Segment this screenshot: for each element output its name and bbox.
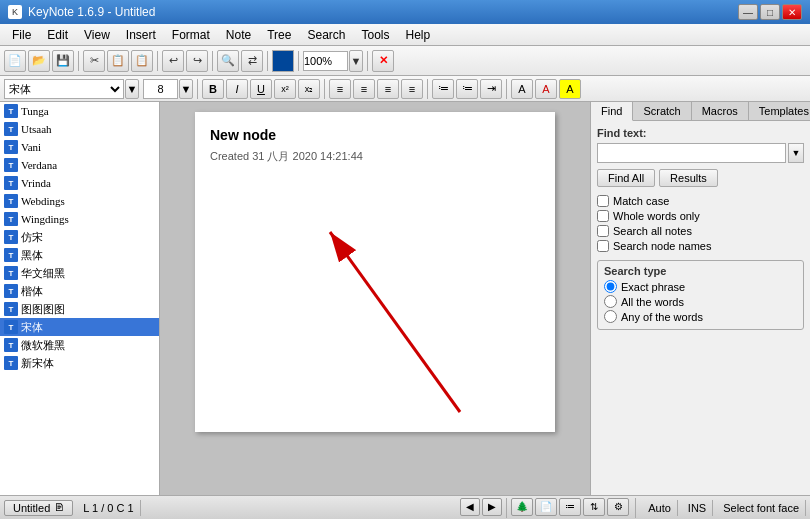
font-list-item[interactable]: TVerdana bbox=[0, 156, 159, 174]
match-case-option[interactable]: Match case bbox=[597, 195, 804, 207]
nav-back-button[interactable]: ◀ bbox=[460, 498, 480, 516]
font-color-button[interactable]: A bbox=[535, 79, 557, 99]
align-center-button[interactable]: ≡ bbox=[353, 79, 375, 99]
menu-file[interactable]: File bbox=[4, 26, 39, 44]
menu-tree[interactable]: Tree bbox=[259, 26, 299, 44]
search-notes-option[interactable]: Search all notes bbox=[597, 225, 804, 237]
menu-view[interactable]: View bbox=[76, 26, 118, 44]
font-list-item[interactable]: T图图图图 bbox=[0, 300, 159, 318]
tab-macros[interactable]: Macros bbox=[692, 102, 749, 120]
font-list-item[interactable]: TTunga bbox=[0, 102, 159, 120]
results-button[interactable]: Results bbox=[659, 169, 718, 187]
style-button[interactable]: A bbox=[511, 79, 533, 99]
menu-insert[interactable]: Insert bbox=[118, 26, 164, 44]
font-list-item[interactable]: T宋体 bbox=[0, 318, 159, 336]
font-dropdown[interactable]: ▼ bbox=[125, 79, 139, 99]
number-list-button[interactable]: ≔ bbox=[456, 79, 478, 99]
align-right-button[interactable]: ≡ bbox=[377, 79, 399, 99]
font-list-item[interactable]: T黑体 bbox=[0, 246, 159, 264]
any-words-radio[interactable] bbox=[604, 310, 617, 323]
font-list-item[interactable]: TVrinda bbox=[0, 174, 159, 192]
font-list-item[interactable]: T新宋体 bbox=[0, 354, 159, 372]
close-button[interactable]: ✕ bbox=[782, 4, 802, 20]
tab-find[interactable]: Find bbox=[591, 102, 633, 121]
menu-note[interactable]: Note bbox=[218, 26, 259, 44]
font-list-item[interactable]: TUtsaah bbox=[0, 120, 159, 138]
italic-button[interactable]: I bbox=[226, 79, 248, 99]
font-list-item[interactable]: T华文细黑 bbox=[0, 264, 159, 282]
find-input[interactable] bbox=[597, 143, 786, 163]
tab-templates[interactable]: Templates bbox=[749, 102, 810, 120]
search-notes-label: Search all notes bbox=[613, 225, 692, 237]
font-list-item[interactable]: T楷体 bbox=[0, 282, 159, 300]
replace-button[interactable]: ⇄ bbox=[241, 50, 263, 72]
search-nodes-checkbox[interactable] bbox=[597, 240, 609, 252]
menu-edit[interactable]: Edit bbox=[39, 26, 76, 44]
editor-area[interactable]: New node Created 31 八月 2020 14:21:44 bbox=[160, 102, 590, 495]
find-button[interactable]: 🔍 bbox=[217, 50, 239, 72]
font-list-item[interactable]: T微软雅黑 bbox=[0, 336, 159, 354]
underline-button[interactable]: U bbox=[250, 79, 272, 99]
color-button[interactable] bbox=[272, 50, 294, 72]
font-list-item[interactable]: TWebdings bbox=[0, 192, 159, 210]
font-select[interactable]: 宋体 bbox=[4, 79, 124, 99]
cut-button[interactable]: ✂ bbox=[83, 50, 105, 72]
status-text-area: Select font face bbox=[717, 500, 806, 516]
menu-help[interactable]: Help bbox=[398, 26, 439, 44]
list-icon-button[interactable]: ≔ bbox=[559, 498, 581, 516]
copy-button[interactable]: 📋 bbox=[107, 50, 129, 72]
undo-button[interactable]: ↩ bbox=[162, 50, 184, 72]
settings-icon-button[interactable]: ⚙ bbox=[607, 498, 629, 516]
font-list-item[interactable]: TVani bbox=[0, 138, 159, 156]
font-list-item[interactable]: TWingdings bbox=[0, 210, 159, 228]
align-left-button[interactable]: ≡ bbox=[329, 79, 351, 99]
highlight-button[interactable]: A bbox=[559, 79, 581, 99]
font-size-dropdown[interactable]: ▼ bbox=[179, 79, 193, 99]
superscript-button[interactable]: x² bbox=[274, 79, 296, 99]
find-dropdown-button[interactable]: ▼ bbox=[788, 143, 804, 163]
whole-words-option[interactable]: Whole words only bbox=[597, 210, 804, 222]
font-size-input[interactable] bbox=[143, 79, 178, 99]
find-text-label: Find text: bbox=[597, 127, 804, 139]
bullet-list-button[interactable]: ≔ bbox=[432, 79, 454, 99]
align-justify-button[interactable]: ≡ bbox=[401, 79, 423, 99]
all-words-radio[interactable] bbox=[604, 295, 617, 308]
search-all-words[interactable]: All the words bbox=[604, 295, 797, 308]
whole-words-checkbox[interactable] bbox=[597, 210, 609, 222]
font-list[interactable]: TTungaTUtsaahTVaniTVerdanaTVrindaTWebdin… bbox=[0, 102, 159, 495]
mode-text: Auto bbox=[648, 502, 671, 514]
search-notes-checkbox[interactable] bbox=[597, 225, 609, 237]
search-any-words[interactable]: Any of the words bbox=[604, 310, 797, 323]
sep-fmt2 bbox=[324, 79, 325, 99]
find-all-button[interactable]: Find All bbox=[597, 169, 655, 187]
node-icon-button[interactable]: 📄 bbox=[535, 498, 557, 516]
maximize-button[interactable]: □ bbox=[760, 4, 780, 20]
position-text: L 1 / 0 C 1 bbox=[83, 502, 133, 514]
tab-scratch[interactable]: Scratch bbox=[633, 102, 691, 120]
subscript-button[interactable]: x₂ bbox=[298, 79, 320, 99]
open-button[interactable]: 📂 bbox=[28, 50, 50, 72]
exact-phrase-radio[interactable] bbox=[604, 280, 617, 293]
redo-button[interactable]: ↪ bbox=[186, 50, 208, 72]
match-case-checkbox[interactable] bbox=[597, 195, 609, 207]
minimize-button[interactable]: — bbox=[738, 4, 758, 20]
zoom-input[interactable] bbox=[303, 51, 348, 71]
menu-format[interactable]: Format bbox=[164, 26, 218, 44]
sort-icon-button[interactable]: ⇅ bbox=[583, 498, 605, 516]
font-list-item[interactable]: T仿宋 bbox=[0, 228, 159, 246]
menu-search[interactable]: Search bbox=[299, 26, 353, 44]
search-exact-phrase[interactable]: Exact phrase bbox=[604, 280, 797, 293]
nav-forward-button[interactable]: ▶ bbox=[482, 498, 502, 516]
tree-icon-button[interactable]: 🌲 bbox=[511, 498, 533, 516]
paste-button[interactable]: 📋 bbox=[131, 50, 153, 72]
save-button[interactable]: 💾 bbox=[52, 50, 74, 72]
indent-button[interactable]: ⇥ bbox=[480, 79, 502, 99]
search-nodes-option[interactable]: Search node names bbox=[597, 240, 804, 252]
new-button[interactable]: 📄 bbox=[4, 50, 26, 72]
status-tab-untitled[interactable]: Untitled 🖹 bbox=[4, 500, 73, 516]
bold-button[interactable]: B bbox=[202, 79, 224, 99]
delete-button[interactable]: ✕ bbox=[372, 50, 394, 72]
editor-page[interactable]: New node Created 31 八月 2020 14:21:44 bbox=[195, 112, 555, 432]
zoom-dropdown[interactable]: ▼ bbox=[349, 50, 363, 72]
menu-tools[interactable]: Tools bbox=[353, 26, 397, 44]
